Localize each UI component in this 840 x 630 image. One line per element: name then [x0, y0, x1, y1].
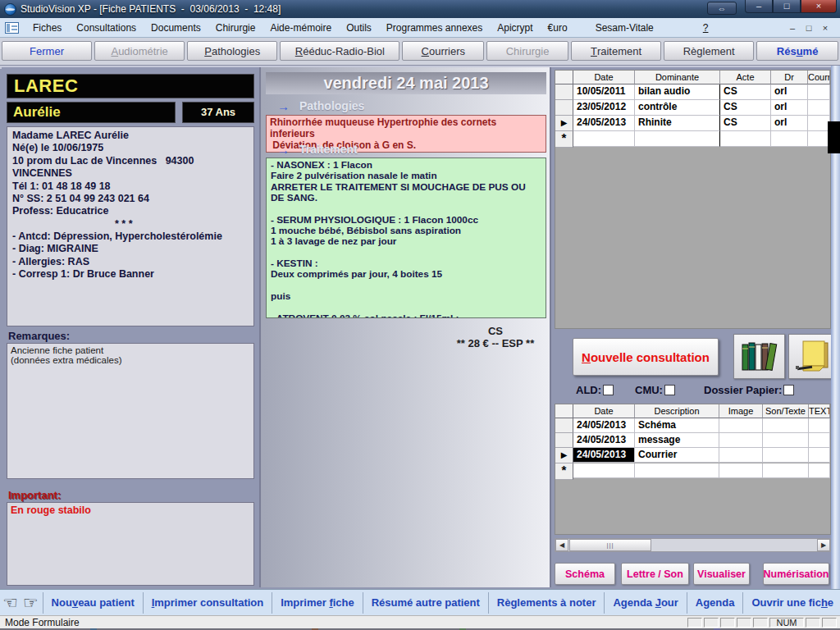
tab-reeduc-radio-biol[interactable]: Rééduc-Radio-Biol [280, 41, 399, 61]
cell-son-texte[interactable] [763, 448, 809, 463]
cell-courr[interactable] [808, 84, 830, 100]
hand-right-icon[interactable]: ☞ [21, 592, 41, 614]
cell-date[interactable]: 24/05/2013 [573, 116, 635, 131]
col-image[interactable]: Image [719, 404, 763, 418]
cell-date[interactable]: 24/05/2013 [573, 433, 635, 448]
visualiser-button[interactable]: Visualiser [693, 563, 750, 585]
mdi-minimize-button[interactable]: – [784, 23, 801, 33]
menu-sesam-vitale[interactable]: Sesam-Vitale [588, 22, 661, 34]
imprimer-fiche-button[interactable]: Imprimer fiche [274, 596, 361, 609]
table-row-current[interactable]: ▶ 24/05/2013 Courrier [555, 448, 830, 463]
library-button[interactable] [733, 334, 785, 379]
agenda-button[interactable]: Agenda [689, 596, 742, 609]
cell-empty[interactable] [763, 463, 809, 478]
cell-date[interactable]: 23/05/2012 [573, 100, 635, 116]
menu-consultations[interactable]: Consultations [69, 22, 144, 34]
row-selector[interactable] [555, 100, 573, 116]
cell-texte[interactable] [809, 433, 830, 448]
menu-fiches[interactable]: Fiches [25, 22, 69, 34]
patient-details[interactable]: Madame LAREC Aurélie Né(e) le 10/06/1975… [7, 126, 254, 326]
minimize-button[interactable]: – [745, 0, 773, 13]
documents-hscrollbar[interactable]: ◀ ||| ▶ [555, 538, 831, 552]
col-date[interactable]: Date [573, 404, 635, 418]
cell-date-selected[interactable]: 24/05/2013 [573, 448, 635, 463]
cmu-checkbox[interactable] [664, 385, 675, 395]
row-selector[interactable] [555, 433, 573, 448]
remarks-field[interactable]: Ancienne fiche patient (données extra mé… [7, 343, 254, 479]
cell-dominante[interactable]: Rhinite [635, 116, 720, 131]
col-son-texte[interactable]: Son/Texte [763, 404, 809, 418]
cell-empty[interactable] [771, 131, 808, 147]
col-dr[interactable]: Dr [771, 71, 808, 84]
schema-button[interactable]: Schéma [555, 563, 615, 585]
cell-texte[interactable] [809, 448, 830, 463]
cell-empty[interactable] [635, 463, 719, 478]
table-row[interactable]: 24/05/2013 Schéma [555, 418, 830, 433]
new-consultation-button[interactable]: Nouvelle consultation [573, 338, 719, 376]
tab-traitement[interactable]: Traitement [571, 41, 661, 61]
col-dominante[interactable]: Dominante [635, 71, 720, 84]
mdi-close-button[interactable]: × [817, 23, 833, 33]
tab-resume[interactable]: Résumé [756, 41, 838, 61]
maximize-button[interactable]: □ [773, 0, 801, 13]
new-row-icon[interactable]: * [555, 463, 573, 480]
col-courr[interactable]: Courr [808, 71, 830, 84]
cell-description[interactable]: message [635, 433, 719, 448]
cell-date[interactable]: 10/05/2011 [573, 84, 635, 100]
menu-programmes-annexes[interactable]: Programmes annexes [379, 22, 490, 34]
menu-aide-memoire[interactable]: Aide-mémoire [262, 22, 339, 34]
col-acte[interactable]: Acte [720, 71, 771, 84]
agenda-jour-button[interactable]: Agenda Jour [606, 596, 684, 609]
cell-description[interactable]: Courrier [635, 448, 719, 463]
cell-image[interactable] [719, 433, 763, 448]
table-row[interactable]: 10/05/2011 bilan audio CS orl [555, 84, 830, 100]
tab-pathologies[interactable]: Pathologies [187, 41, 277, 61]
traitement-field[interactable]: - NASONEX : 1 Flacon Faire 2 pulvérisati… [266, 158, 546, 318]
scrollbar-thumb[interactable]: ||| [569, 539, 651, 551]
col-date[interactable]: Date [573, 71, 635, 84]
cell-dr[interactable]: orl [771, 116, 808, 131]
menu-documents[interactable]: Documents [144, 22, 208, 34]
cell-dr[interactable]: orl [771, 84, 808, 100]
nouveau-patient-button[interactable]: Nouveau patient [45, 596, 141, 609]
tab-fermer[interactable]: Fermer [2, 41, 92, 61]
cell-date[interactable]: 24/05/2013 [573, 418, 635, 433]
menu-help[interactable]: ? [696, 22, 716, 34]
cell-dominante[interactable]: bilan audio [635, 84, 720, 100]
cell-image[interactable] [719, 418, 763, 433]
cell-son-texte[interactable] [763, 418, 809, 433]
ouvrir-une-fiche-button[interactable]: Ouvrir une fiche [745, 596, 840, 609]
cell-description[interactable]: Schéma [635, 418, 719, 433]
cell-courr[interactable] [808, 100, 830, 116]
row-selector[interactable] [555, 84, 573, 100]
switch-window-button[interactable]: ⇔ [707, 2, 737, 15]
numerisation-button[interactable]: Numérisation [763, 563, 829, 585]
new-row-icon[interactable]: * [555, 131, 573, 148]
tab-audiometrie[interactable]: Audiométrie [94, 41, 185, 61]
hand-left-icon[interactable]: ☜ [0, 592, 21, 614]
reglements-a-noter-button[interactable]: Règlements à noter [491, 596, 603, 609]
mdi-restore-button[interactable]: □ [801, 23, 817, 33]
cell-empty[interactable] [635, 131, 720, 147]
dossier-papier-checkbox[interactable] [783, 385, 794, 395]
important-field[interactable]: En rouge stabilo [7, 502, 254, 586]
table-row-new[interactable]: * [555, 463, 830, 480]
cell-empty[interactable] [719, 131, 771, 147]
cell-image[interactable] [719, 448, 763, 463]
table-row-current[interactable]: ▶ 24/05/2013 Rhinite CS orl [555, 116, 830, 131]
menu-apicrypt[interactable]: Apicrypt [490, 22, 540, 34]
table-row-new[interactable]: * [555, 131, 830, 148]
scroll-right-arrow-icon[interactable]: ▶ [817, 539, 830, 551]
scroll-left-arrow-icon[interactable]: ◀ [555, 539, 568, 551]
cell-empty[interactable] [809, 463, 830, 478]
close-button[interactable]: × [801, 0, 837, 13]
menu-chirurgie[interactable]: Chirurgie [208, 22, 263, 34]
tab-courriers[interactable]: Courriers [402, 41, 484, 61]
col-description[interactable]: Description [635, 404, 719, 418]
tab-reglement[interactable]: Règlement [664, 41, 754, 61]
cell-acte[interactable]: CS [719, 84, 771, 100]
ald-checkbox[interactable] [603, 385, 614, 395]
cell-acte[interactable]: CS [719, 100, 771, 116]
cell-empty[interactable] [573, 131, 635, 147]
imprimer-consultation-button[interactable]: Imprimer consultation [145, 596, 270, 609]
